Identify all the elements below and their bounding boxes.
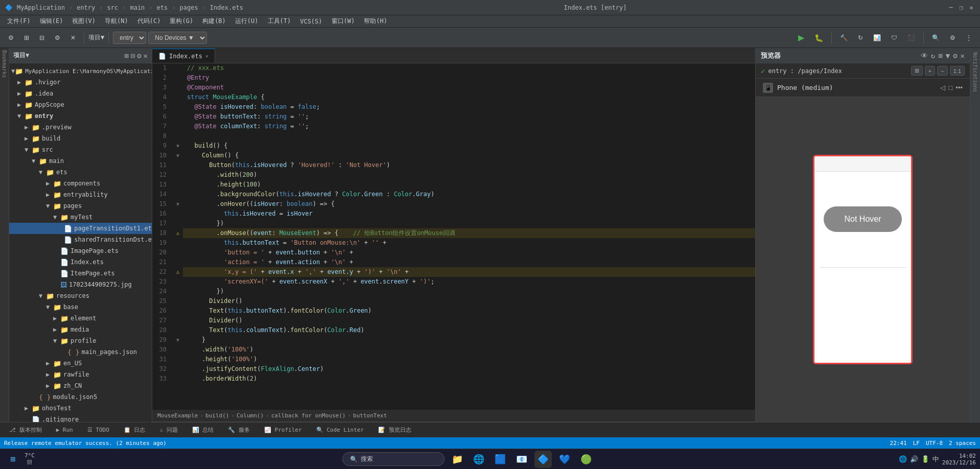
- tree-ets[interactable]: ▼ 📁 ets: [9, 167, 152, 178]
- menu-refactor[interactable]: 重构(G): [166, 16, 197, 27]
- device-home-btn[interactable]: □: [948, 84, 952, 91]
- bc-build[interactable]: build(): [205, 412, 229, 419]
- tree-entry[interactable]: ▼ 📁 entry: [9, 110, 152, 122]
- tree-resources[interactable]: ▼ 📁 resources: [9, 290, 152, 301]
- sync-btn[interactable]: ↻: [854, 32, 867, 43]
- close-panel-btn[interactable]: ✕: [66, 32, 80, 43]
- tree-entryability[interactable]: ▶ 📁 entryability: [9, 189, 152, 200]
- status-encoding[interactable]: UTF-8: [926, 440, 943, 447]
- status-indent[interactable]: 2 spaces: [949, 440, 976, 447]
- entry-selector[interactable]: entry: [113, 32, 146, 44]
- collapse-all-btn[interactable]: ⊟: [35, 32, 49, 43]
- taskbar-search[interactable]: 🔍 搜索: [342, 452, 445, 466]
- taskbar-harmonyos[interactable]: 🔷: [534, 451, 552, 468]
- tree-itempage[interactable]: ▶ 📄 ItemPage.ets: [9, 268, 152, 279]
- menu-edit[interactable]: 编辑(E): [36, 16, 67, 27]
- more-btn[interactable]: ⋮: [962, 32, 976, 43]
- bottom-tab-summary[interactable]: 📊 总结: [187, 425, 219, 435]
- preview-zoomout-btn[interactable]: −: [937, 66, 947, 76]
- device-more-btn[interactable]: •••: [955, 84, 963, 91]
- status-success-msg[interactable]: Release remote emulator success. (2 minu…: [4, 440, 167, 447]
- menu-tools[interactable]: 工具(T): [264, 16, 295, 27]
- stop-btn[interactable]: ⬛: [903, 32, 919, 43]
- preview-down-icon[interactable]: ▼: [946, 52, 950, 60]
- tree-base[interactable]: ▼ 📁 base: [9, 301, 152, 313]
- taskbar-vscode[interactable]: 💙: [556, 451, 573, 468]
- bottom-tab-linter[interactable]: 🔍 Code Linter: [311, 425, 369, 435]
- tree-enus[interactable]: ▶ 📁 en_US: [9, 358, 152, 369]
- tree-zhcn[interactable]: ▶ 📁 zh_CN: [9, 380, 152, 391]
- tree-hvigor[interactable]: ▶ 📁 .hvigor: [9, 77, 152, 88]
- taskbar-files[interactable]: 📁: [449, 451, 466, 468]
- taskbar-store[interactable]: 🟦: [492, 451, 509, 468]
- taskbar-mail[interactable]: 📧: [513, 451, 530, 468]
- status-line-col[interactable]: 22:41: [890, 440, 907, 447]
- tray-volume-icon[interactable]: 🔊: [910, 455, 918, 463]
- expand-icon[interactable]: ⊞: [124, 52, 128, 60]
- search-btn[interactable]: 🔍: [928, 32, 944, 43]
- status-line-ending[interactable]: LF: [913, 440, 920, 447]
- tree-root[interactable]: ▼ 📁 MyApplication E:\HarmonyOS\MyApplica…: [9, 65, 152, 77]
- tray-network-icon[interactable]: 🌐: [899, 455, 907, 463]
- bottom-tab-run[interactable]: ▶ Run: [51, 425, 78, 435]
- bottom-tab-problems[interactable]: ⚠ 问题: [155, 425, 183, 435]
- tree-media[interactable]: ▶ 📁 media: [9, 324, 152, 335]
- bottom-tab-previewlog[interactable]: 📝 预览日志: [373, 425, 416, 435]
- preview-eye-icon[interactable]: 👁: [921, 52, 928, 60]
- taskbar-browser[interactable]: 🌐: [470, 451, 487, 468]
- bottom-tab-profiler[interactable]: 📈 Profiler: [259, 425, 307, 435]
- preview-close-icon[interactable]: ✕: [961, 52, 965, 60]
- profile-btn[interactable]: 📊: [869, 32, 885, 43]
- tray-battery-icon[interactable]: 🔋: [921, 455, 929, 463]
- code-area[interactable]: 1 // xxx.ets 2 @Entry 3 @Component: [152, 63, 755, 410]
- coverage-btn[interactable]: 🛡: [887, 32, 901, 43]
- build-btn[interactable]: 🔨: [836, 32, 852, 43]
- preview-fitscreen-btn[interactable]: ⊞: [911, 66, 923, 76]
- settings-btn[interactable]: ⚙: [946, 32, 960, 43]
- tree-ohostest[interactable]: ▶ 📁 ohosTest: [9, 403, 152, 414]
- taskbar-datetime[interactable]: 14:02 2023/12/16: [942, 453, 976, 466]
- tab-close-icon[interactable]: ✕: [205, 53, 208, 59]
- tree-imagepage[interactable]: ▶ 📄 ImagePage.ets: [9, 245, 152, 256]
- bc-callback[interactable]: callback for onMouse(): [271, 412, 346, 419]
- tree-element[interactable]: ▶ 📁 element: [9, 313, 152, 324]
- preview-refresh-icon[interactable]: ↻: [931, 52, 935, 60]
- panel-close-icon[interactable]: ✕: [144, 52, 148, 60]
- preview-more-btn[interactable]: 1:1: [950, 66, 965, 76]
- bottom-tab-log[interactable]: 📋 日志: [119, 425, 151, 435]
- bookmarks-icon[interactable]: Bookmarks: [2, 50, 7, 78]
- tree-main[interactable]: ▼ 📁 main: [9, 155, 152, 167]
- preview-grid-icon[interactable]: ⊞: [938, 52, 942, 60]
- device-selector[interactable]: No Devices ▼: [148, 32, 207, 44]
- menu-code[interactable]: 代码(C): [133, 16, 165, 27]
- collapse-icon[interactable]: ⊟: [131, 52, 135, 60]
- bc-buttontext[interactable]: buttonText: [353, 412, 387, 419]
- tree-components[interactable]: ▶ 📁 components: [9, 178, 152, 189]
- bottom-tab-services[interactable]: 🔧 服务: [223, 425, 255, 435]
- menu-help[interactable]: 帮助(H): [360, 16, 391, 27]
- bottom-tab-vcs[interactable]: ⎇ 版本控制: [4, 425, 47, 435]
- taskbar-app7[interactable]: 🟢: [577, 451, 595, 468]
- tree-modulejson[interactable]: ▶ { } module.json5: [9, 391, 152, 403]
- restore-button[interactable]: ❐: [958, 4, 965, 11]
- menu-view[interactable]: 视图(V): [68, 16, 100, 27]
- close-button[interactable]: ✕: [968, 4, 975, 11]
- tree-build[interactable]: ▶ 📁 build: [9, 133, 152, 144]
- debug-button[interactable]: 🐛: [810, 32, 827, 44]
- menu-window[interactable]: 窗口(W): [328, 16, 359, 27]
- tree-profile[interactable]: ▼ 📁 profile: [9, 335, 152, 346]
- tree-sharedtransition[interactable]: ▶ 📄 sharedTransitionDst.ets: [9, 234, 152, 245]
- run-button[interactable]: ▶: [794, 31, 808, 44]
- preview-settings-icon[interactable]: ⚙: [953, 52, 957, 60]
- tree-mytest[interactable]: ▼ 📁 myTest: [9, 212, 152, 223]
- tab-indexets[interactable]: 📄 Index.ets ✕: [152, 49, 215, 63]
- not-hover-button[interactable]: Not Hover: [824, 206, 901, 232]
- menu-build[interactable]: 构建(B): [198, 16, 230, 27]
- bottom-tab-todo[interactable]: ☰ TODO: [82, 425, 114, 435]
- windows-start-btn[interactable]: ⊞: [4, 451, 21, 468]
- tree-pages[interactable]: ▼ 📁 pages: [9, 200, 152, 212]
- menu-vcs[interactable]: VCS(S): [296, 17, 326, 26]
- menu-file[interactable]: 文件(F): [3, 16, 35, 27]
- notifications-icon[interactable]: Notifications: [972, 52, 978, 92]
- menu-run[interactable]: 运行(U): [231, 16, 263, 27]
